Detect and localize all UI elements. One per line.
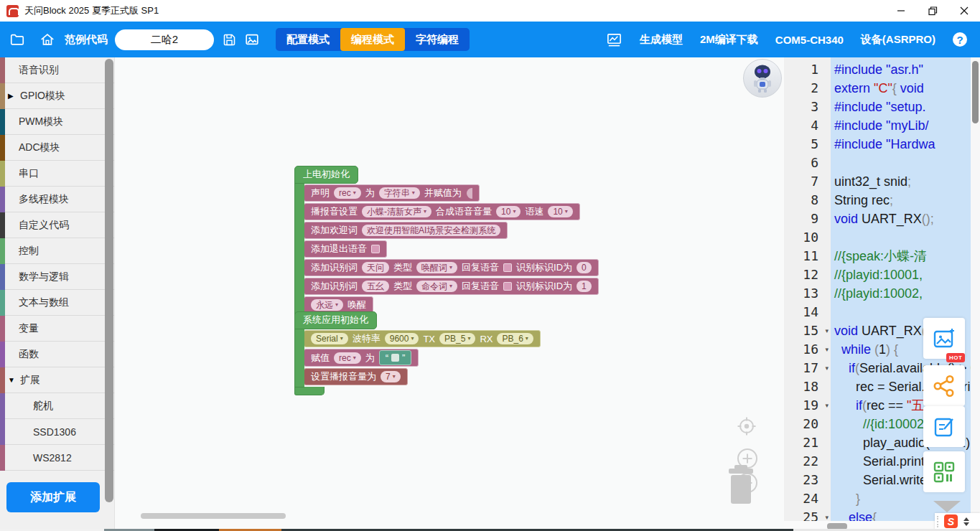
block-statement-row[interactable]: 声明rec▾为字符串▾并赋值为	[304, 184, 480, 202]
block-statement-row[interactable]: 添加识别词天问类型唤醒词▾回复语音识别标识ID为0	[304, 259, 599, 276]
port-selector[interactable]: COM5-CH340	[775, 34, 844, 46]
sidebar-scrollbar[interactable]	[105, 59, 113, 502]
restore-button[interactable]	[917, 0, 948, 22]
save-icon[interactable]	[222, 32, 237, 47]
block-input-socket[interactable]	[371, 245, 380, 253]
line-number: 11	[784, 247, 831, 266]
canvas-horizontal-scrollbar[interactable]	[141, 513, 286, 519]
sidebar-item-serial-port[interactable]: 串口	[0, 161, 114, 187]
block-input-socket[interactable]	[503, 282, 512, 291]
block-dropdown[interactable]: 9600▾	[385, 333, 419, 344]
block-text-field[interactable]: 1	[577, 281, 592, 292]
share-button[interactable]	[923, 365, 965, 406]
block-dropdown[interactable]: 字符串▾	[379, 187, 420, 199]
serial-plotter-icon[interactable]	[606, 32, 622, 48]
sidebar-item-voice-recognition[interactable]: 语音识别	[0, 57, 114, 83]
code-line	[831, 154, 971, 172]
block-dropdown[interactable]: 7▾	[381, 371, 401, 382]
block-dropdown[interactable]: Serial▾	[311, 333, 348, 344]
ime-arrows[interactable]	[963, 517, 969, 526]
string-input-socket[interactable]	[391, 354, 399, 362]
sidebar-item-functions[interactable]: 函数	[0, 342, 114, 367]
sogou-ime-icon[interactable]: S	[944, 514, 958, 528]
block-text-field[interactable]: 欢迎使用智能AI场景安全检测系统	[362, 225, 500, 236]
block-statement-row[interactable]: Serial▾波特率9600▾TXPB_5▾RXPB_6▾	[304, 330, 541, 347]
trash-icon[interactable]	[726, 465, 756, 508]
tab-config-mode[interactable]: 配置模式	[276, 28, 340, 51]
collapse-arrow-icon[interactable]: ▶	[8, 92, 14, 100]
category-color-strip	[0, 135, 5, 161]
scroll-down-indicator[interactable]	[933, 501, 961, 512]
block-dropdown[interactable]: 唤醒词▾	[416, 262, 457, 273]
open-folder-icon[interactable]	[9, 32, 25, 47]
ime-drag-handle[interactable]	[937, 516, 941, 527]
compile-download-button[interactable]: 2M编译下载	[700, 33, 758, 47]
sidebar-item-control[interactable]: 控制	[0, 238, 114, 264]
block-dropdown[interactable]: 10▾	[496, 206, 521, 217]
sidebar-item-label: SSD1306	[33, 426, 76, 438]
close-button[interactable]	[948, 0, 980, 22]
block-statement-row[interactable]: 设置播报音量为7▾	[304, 368, 408, 385]
expand-arrow-icon[interactable]: ▼	[8, 376, 15, 384]
qr-code-button[interactable]	[923, 451, 965, 492]
sidebar-item-servo[interactable]: 舵机	[0, 393, 114, 419]
generate-model-button[interactable]: 生成模型	[640, 33, 683, 47]
sidebar-item-ssd1306[interactable]: SSD1306	[0, 419, 114, 445]
block-value-notch[interactable]	[467, 188, 472, 199]
block-dropdown[interactable]: 10▾	[548, 206, 572, 217]
image-export-icon[interactable]	[244, 32, 260, 47]
block-dropdown[interactable]: PB_6▾	[497, 333, 533, 344]
block-statement-row[interactable]: 赋值rec▾为“”	[304, 349, 419, 367]
block-text-field[interactable]: 天问	[362, 262, 389, 273]
project-name-input[interactable]	[115, 29, 214, 50]
help-icon[interactable]: ?	[953, 32, 967, 47]
sidebar-item-math-logic[interactable]: 数学与逻辑	[0, 264, 114, 290]
system-app-init-block[interactable]: 系统应用初始化Serial▾波特率9600▾TXPB_5▾RXPB_6▾赋值re…	[294, 311, 541, 395]
example-code-button[interactable]: 范例代码	[65, 33, 108, 47]
block-statement-row[interactable]: 添加退出语音	[304, 240, 387, 258]
block-statement-row[interactable]: 添加欢迎词欢迎使用智能AI场景安全检测系统	[304, 222, 508, 239]
sidebar-item-gpio-module[interactable]: ▶GPIO模块	[0, 83, 114, 109]
sidebar-item-variables[interactable]: 变量	[0, 316, 114, 342]
device-selector[interactable]: 设备(ASRPRO)	[861, 33, 935, 47]
block-dropdown[interactable]: rec▾	[334, 352, 361, 364]
sidebar-item-multithread-module[interactable]: 多线程模块	[0, 187, 114, 212]
sidebar-item-custom-code[interactable]: 自定义代码	[0, 212, 114, 238]
block-dropdown[interactable]: PB_5▾	[439, 333, 475, 344]
power-on-init-header[interactable]: 上电初始化	[294, 166, 358, 184]
sidebar-item-ws2812[interactable]: WS2812	[0, 445, 114, 471]
add-extension-button[interactable]: 添加扩展	[6, 482, 100, 512]
sidebar-item-extensions[interactable]: ▼扩展	[0, 367, 114, 393]
block-dropdown[interactable]: rec▾	[334, 187, 361, 199]
block-statement-row[interactable]: 添加识别词五幺类型命令词▾回复语音识别标识ID为1	[304, 278, 599, 295]
sidebar-item-text-array[interactable]: 文本与数组	[0, 290, 114, 316]
string-value-block[interactable]: “”	[379, 350, 412, 365]
assistant-robot-avatar[interactable]	[743, 59, 782, 98]
block-text-field[interactable]: 五幺	[362, 281, 389, 292]
block-text-field[interactable]: 0	[577, 262, 592, 273]
sidebar-item-adc-module[interactable]: ADC模块	[0, 135, 114, 161]
fold-arrow-icon[interactable]: ▾	[825, 396, 829, 415]
tab-programming-mode[interactable]: 编程模式	[340, 28, 405, 51]
sogou-ime-bar[interactable]: S	[935, 513, 980, 530]
code-vertical-scrollbar[interactable]	[971, 57, 980, 531]
home-icon[interactable]	[39, 32, 55, 47]
minimize-button[interactable]	[885, 0, 917, 22]
sidebar-item-pwm-module[interactable]: PWM模块	[0, 109, 114, 135]
code-line: //{speak:小蝶-清	[831, 247, 971, 266]
block-canvas[interactable]: 上电初始化声明rec▾为字符串▾并赋值为播报音设置小蝶-清新女声▾合成语音音量1…	[115, 57, 784, 531]
fold-arrow-icon[interactable]: ▾	[825, 359, 829, 377]
block-dropdown[interactable]: 永远▾	[311, 299, 343, 311]
power-on-init-block[interactable]: 上电初始化声明rec▾为字符串▾并赋值为播报音设置小蝶-清新女声▾合成语音音量1…	[294, 166, 599, 324]
block-input-socket[interactable]	[503, 263, 512, 272]
block-dropdown[interactable]: 小蝶-清新女声▾	[362, 206, 431, 217]
tab-text-programming[interactable]: 字符编程	[405, 28, 470, 51]
block-statement-row[interactable]: 播报音设置小蝶-清新女声▾合成语音音量10▾语速10▾	[304, 203, 580, 220]
system-app-init-header[interactable]: 系统应用初始化	[294, 311, 377, 329]
fold-arrow-icon[interactable]: ▾	[825, 340, 829, 359]
fold-arrow-icon[interactable]: ▾	[825, 321, 829, 340]
edit-code-button[interactable]	[923, 406, 965, 447]
block-dropdown[interactable]: 命令词▾	[416, 281, 457, 292]
dropdown-arrow-icon: ▾	[449, 262, 452, 273]
center-view-icon[interactable]	[737, 416, 757, 439]
